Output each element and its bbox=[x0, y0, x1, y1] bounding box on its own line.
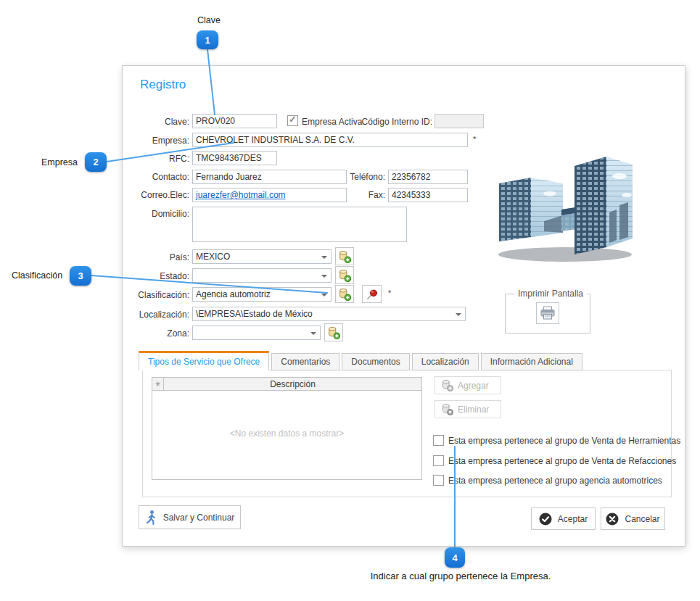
aceptar-button[interactable]: Aceptar bbox=[531, 507, 596, 530]
zona-label: Zona: bbox=[123, 328, 189, 339]
rfc-input[interactable] bbox=[192, 151, 277, 165]
database-add-icon bbox=[441, 379, 453, 391]
tab-informacion-adicional[interactable]: Información Adicional bbox=[481, 353, 582, 370]
pais-value: MEXICO bbox=[196, 252, 318, 262]
codigo-interno-input bbox=[435, 114, 484, 128]
grid-header-row: ✳ Descripción bbox=[152, 378, 421, 391]
annotation-label-clasificacion: Clasificación bbox=[12, 270, 62, 281]
checkbox-venta-herramientas-label: Esta empresa pertenece al grupo de Venta… bbox=[448, 436, 680, 446]
checkbox-venta-refacciones-label: Esta empresa pertenece al grupo de Venta… bbox=[448, 456, 676, 466]
clasificacion-dropdown[interactable]: Agencia automotriz bbox=[192, 287, 332, 302]
company-buildings-illustration bbox=[489, 146, 638, 265]
tab-tipos-de-servicio[interactable]: Tipos de Servicio que Ofrece bbox=[139, 351, 269, 370]
estado-label: Estado: bbox=[123, 271, 189, 281]
eliminar-button[interactable]: Eliminar bbox=[435, 400, 501, 418]
database-add-icon bbox=[338, 269, 351, 282]
agregar-label: Agregar bbox=[458, 381, 489, 391]
annotation-badge-3: 3 bbox=[70, 266, 91, 286]
clave-label: Clave: bbox=[123, 117, 189, 127]
add-zona-button[interactable] bbox=[324, 323, 343, 341]
print-screen-button[interactable] bbox=[536, 302, 559, 324]
annotation-caption-grupo: Indicar a cual grupo pertenece la Empres… bbox=[334, 571, 588, 581]
salvar-y-continuar-button[interactable]: Salvar y Continuar bbox=[139, 505, 241, 529]
add-pais-button[interactable] bbox=[335, 247, 354, 265]
grid-new-row-icon: ✳ bbox=[152, 378, 164, 390]
annotation-badge-4: 4 bbox=[445, 547, 465, 568]
accept-check-icon bbox=[539, 513, 552, 526]
tab-comentarios[interactable]: Comentarios bbox=[271, 353, 339, 370]
chevron-down-icon bbox=[321, 256, 327, 259]
database-add-icon bbox=[338, 288, 351, 301]
correo-input[interactable]: juarezfer@hotmail.com bbox=[192, 188, 347, 202]
help-page: Clave 1 Empresa 2 Clasificación 3 4 Indi… bbox=[0, 0, 700, 601]
domicilio-label: Domicilio: bbox=[123, 209, 189, 219]
domicilio-textarea[interactable] bbox=[192, 207, 407, 242]
empresa-required-mark: * bbox=[473, 135, 476, 144]
pais-dropdown[interactable]: MEXICO bbox=[192, 249, 332, 264]
localizacion-dropdown[interactable]: \EMPRESA\Estado de México bbox=[192, 307, 466, 321]
agregar-button[interactable]: Agregar bbox=[435, 376, 501, 394]
chevron-down-icon bbox=[321, 294, 327, 297]
checkbox-venta-refacciones[interactable] bbox=[433, 455, 444, 466]
chevron-down-icon bbox=[310, 332, 316, 335]
printer-icon bbox=[540, 306, 556, 320]
chevron-down-icon bbox=[456, 313, 461, 316]
imprimir-pantalla-label: Imprimir Pantalla bbox=[514, 289, 587, 299]
servicios-grid[interactable]: ✳ Descripción <No existen datos a mostra… bbox=[152, 377, 422, 480]
annotation-label-empresa: Empresa bbox=[41, 157, 78, 167]
grid-body: <No existen datos a mostrar> bbox=[152, 391, 421, 479]
pushpin-icon bbox=[366, 288, 379, 301]
contacto-label: Contacto: bbox=[123, 172, 189, 182]
annotation-label-clave: Clave bbox=[197, 15, 221, 25]
chevron-down-icon bbox=[321, 275, 327, 278]
empresa-activa-checkbox[interactable]: ✓ bbox=[287, 115, 298, 126]
grid-column-descripcion[interactable]: Descripción bbox=[164, 378, 421, 390]
localizacion-label: Localización: bbox=[123, 310, 189, 320]
correo-label: Correo.Elec: bbox=[123, 190, 189, 200]
localizacion-value: \EMPRESA\Estado de México bbox=[196, 309, 452, 319]
clave-input[interactable] bbox=[192, 114, 277, 128]
fax-label: Fax: bbox=[336, 190, 385, 200]
eliminar-label: Eliminar bbox=[458, 405, 489, 415]
annotation-badge-1: 1 bbox=[197, 30, 218, 49]
tab-strip: Tipos de Servicio que Ofrece Comentarios… bbox=[139, 351, 582, 370]
clasificacion-value: Agencia automotriz bbox=[196, 289, 318, 299]
grid-empty-text: <No existen datos a mostrar> bbox=[152, 428, 421, 439]
imprimir-pantalla-group: Imprimir Pantalla bbox=[505, 294, 590, 333]
empresa-label: Empresa: bbox=[123, 136, 189, 146]
checkbox-agencia-automotrices-label: Esta empresa pertenece al grupo agencia … bbox=[448, 476, 662, 486]
telefono-input[interactable] bbox=[388, 170, 468, 184]
checkbox-agencia-automotrices[interactable] bbox=[433, 475, 444, 486]
tab-documentos[interactable]: Documentos bbox=[342, 353, 409, 370]
empresa-input[interactable] bbox=[192, 133, 468, 147]
cancelar-label: Cancelar bbox=[625, 514, 659, 524]
zona-dropdown[interactable] bbox=[192, 326, 321, 340]
database-add-icon bbox=[338, 250, 351, 263]
checkbox-venta-herramientas[interactable] bbox=[433, 435, 444, 446]
database-delete-icon bbox=[441, 403, 453, 415]
check-icon: ✓ bbox=[289, 114, 297, 125]
cancel-x-icon bbox=[606, 513, 619, 526]
registro-dialog: Registro Clave: ✓ Empresa Activa Código … bbox=[122, 65, 685, 547]
page-title: Registro bbox=[140, 78, 186, 92]
clasificacion-required-mark: * bbox=[388, 289, 391, 297]
telefono-label: Teléfono: bbox=[336, 172, 385, 182]
pais-label: País: bbox=[123, 252, 189, 262]
walking-person-icon bbox=[145, 510, 157, 526]
tab-localizacion[interactable]: Localización bbox=[412, 353, 479, 370]
codigo-interno-label: Código Interno ID: bbox=[349, 117, 432, 127]
contacto-input[interactable] bbox=[192, 170, 347, 184]
correo-link[interactable]: juarezfer@hotmail.com bbox=[196, 190, 286, 200]
fax-input[interactable] bbox=[388, 188, 468, 202]
pin-clasificacion-button[interactable] bbox=[362, 285, 382, 303]
aceptar-label: Aceptar bbox=[558, 514, 588, 524]
estado-dropdown[interactable] bbox=[192, 268, 332, 283]
clasificacion-label: Clasificación: bbox=[123, 290, 189, 300]
salvar-y-continuar-label: Salvar y Continuar bbox=[163, 513, 235, 523]
add-estado-button[interactable] bbox=[335, 266, 354, 284]
cancelar-button[interactable]: Cancelar bbox=[601, 507, 665, 530]
add-clasificacion-button[interactable] bbox=[335, 285, 354, 303]
rfc-label: RFC: bbox=[123, 154, 189, 164]
database-add-icon bbox=[327, 326, 340, 339]
annotation-badge-2: 2 bbox=[85, 152, 107, 172]
